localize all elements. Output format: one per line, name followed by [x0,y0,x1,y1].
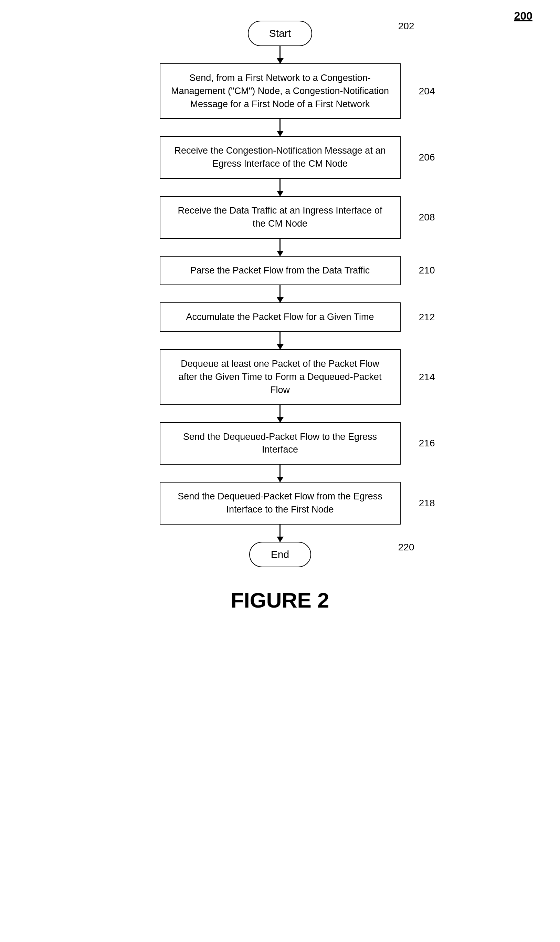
arrow-4 [280,285,280,302]
step-wrapper-218: Send the Dequeued-Packet Flow from the E… [125,482,435,524]
step-wrapper-204: Send, from a First Network to a Congesti… [125,63,435,119]
step-label-218: 218 [419,498,435,509]
end-oval: End [249,542,311,567]
step-label-214: 214 [419,372,435,383]
step-label-206: 206 [419,152,435,163]
step-label-216: 216 [419,438,435,449]
page: 200 Start 202 Send, from a First Network… [0,0,560,942]
step-208: Receive the Data Traffic at an Ingress I… [160,196,401,239]
step-wrapper-210: Parse the Packet Flow from the Data Traf… [125,256,435,285]
diagram-ref: 200 [514,10,532,22]
step-216: Send the Dequeued-Packet Flow to the Egr… [160,422,401,465]
arrow-1 [280,119,280,136]
arrow-7 [280,465,280,482]
step-label-212: 212 [419,312,435,323]
arrow-2 [280,179,280,196]
arrow-5 [280,332,280,349]
figure-label: FIGURE 2 [231,588,329,612]
end-label: 220 [398,542,414,553]
start-oval: Start [248,21,312,46]
step-wrapper-214: Dequeue at least one Packet of the Packe… [125,349,435,405]
step-wrapper-206: Receive the Congestion-Notification Mess… [125,136,435,179]
start-wrapper: Start 202 [125,21,435,46]
step-wrapper-216: Send the Dequeued-Packet Flow to the Egr… [125,422,435,465]
step-218: Send the Dequeued-Packet Flow from the E… [160,482,401,524]
arrow-3 [280,239,280,256]
arrow-8 [280,524,280,542]
flowchart: Start 202 Send, from a First Network to … [125,21,435,612]
step-212: Accumulate the Packet Flow for a Given T… [160,302,401,332]
step-210: Parse the Packet Flow from the Data Traf… [160,256,401,285]
step-label-210: 210 [419,265,435,276]
step-214: Dequeue at least one Packet of the Packe… [160,349,401,405]
step-label-208: 208 [419,212,435,223]
arrow-0 [280,46,280,63]
arrow-6 [280,405,280,422]
step-wrapper-208: Receive the Data Traffic at an Ingress I… [125,196,435,239]
start-label: 202 [398,21,414,32]
step-204: Send, from a First Network to a Congesti… [160,63,401,119]
step-label-204: 204 [419,86,435,97]
end-wrapper: End 220 [125,542,435,567]
step-206: Receive the Congestion-Notification Mess… [160,136,401,179]
step-wrapper-212: Accumulate the Packet Flow for a Given T… [125,302,435,332]
